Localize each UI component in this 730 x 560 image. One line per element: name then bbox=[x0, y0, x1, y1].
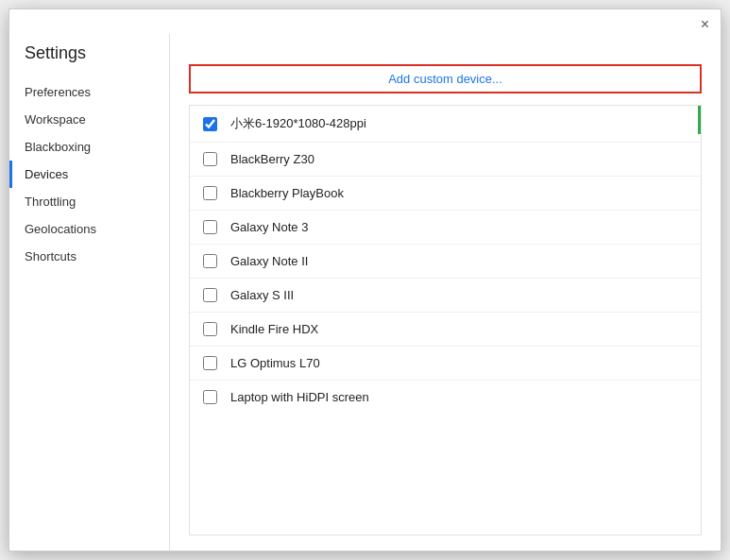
sidebar-item-geolocations[interactable]: Geolocations bbox=[9, 215, 169, 243]
sidebar-item-workspace[interactable]: Workspace bbox=[9, 106, 169, 133]
device-label: Blackberry PlayBook bbox=[230, 186, 344, 200]
device-item: Blackberry PlayBook bbox=[190, 177, 701, 211]
devices-list-wrapper: 小米6-1920*1080-428ppiBlackBerry Z30Blackb… bbox=[189, 105, 702, 535]
device-checkbox-blackberry-playbook[interactable] bbox=[203, 186, 217, 200]
device-item: Galaxy S III bbox=[190, 279, 701, 313]
sidebar-item-preferences[interactable]: Preferences bbox=[9, 78, 169, 106]
device-checkbox-galaxy-note3[interactable] bbox=[203, 220, 217, 234]
add-custom-device-button[interactable]: Add custom device... bbox=[189, 64, 702, 93]
device-item: BlackBerry Z30 bbox=[190, 143, 701, 177]
device-checkbox-laptop-hidpi[interactable] bbox=[203, 390, 217, 404]
device-label: 小米6-1920*1080-428ppi bbox=[230, 115, 366, 132]
device-label: Laptop with HiDPI screen bbox=[230, 390, 369, 404]
device-label: Kindle Fire HDX bbox=[230, 322, 318, 336]
device-label: LG Optimus L70 bbox=[230, 356, 320, 370]
scroll-indicator bbox=[698, 106, 701, 134]
device-item: Kindle Fire HDX bbox=[190, 313, 701, 347]
device-checkbox-kindle-fire[interactable] bbox=[203, 322, 217, 336]
sidebar-title: Settings bbox=[9, 43, 169, 78]
main-content: Add custom device... 小米6-1920*1080-428pp… bbox=[170, 34, 721, 551]
sidebar-item-devices[interactable]: Devices bbox=[9, 161, 169, 188]
devices-list: 小米6-1920*1080-428ppiBlackBerry Z30Blackb… bbox=[190, 106, 701, 535]
device-item: LG Optimus L70 bbox=[190, 347, 701, 381]
settings-dialog: × Settings PreferencesWorkspaceBlackboxi… bbox=[8, 8, 722, 552]
device-checkbox-galaxy-note2[interactable] bbox=[203, 254, 217, 268]
device-label: Galaxy S III bbox=[230, 288, 294, 302]
sidebar: Settings PreferencesWorkspaceBlackboxing… bbox=[9, 34, 170, 551]
device-checkbox-xiaomi6[interactable] bbox=[203, 117, 217, 131]
device-item: Laptop with HiDPI screen bbox=[190, 381, 701, 414]
dialog-header: × bbox=[9, 9, 721, 34]
device-checkbox-lg-optimus[interactable] bbox=[203, 356, 217, 370]
device-checkbox-galaxy-s3[interactable] bbox=[203, 288, 217, 302]
close-button[interactable]: × bbox=[697, 15, 713, 34]
device-label: Galaxy Note II bbox=[230, 254, 308, 268]
dialog-body: Settings PreferencesWorkspaceBlackboxing… bbox=[9, 34, 721, 551]
device-item: Galaxy Note II bbox=[190, 245, 701, 279]
device-checkbox-blackberry-z30[interactable] bbox=[203, 152, 217, 166]
device-label: Galaxy Note 3 bbox=[230, 220, 308, 234]
device-item: 小米6-1920*1080-428ppi bbox=[190, 106, 701, 143]
sidebar-item-shortcuts[interactable]: Shortcuts bbox=[9, 243, 169, 270]
device-item: Galaxy Note 3 bbox=[190, 211, 701, 245]
sidebar-item-blackboxing[interactable]: Blackboxing bbox=[9, 133, 169, 161]
device-label: BlackBerry Z30 bbox=[230, 152, 314, 166]
sidebar-item-throttling[interactable]: Throttling bbox=[9, 188, 169, 215]
